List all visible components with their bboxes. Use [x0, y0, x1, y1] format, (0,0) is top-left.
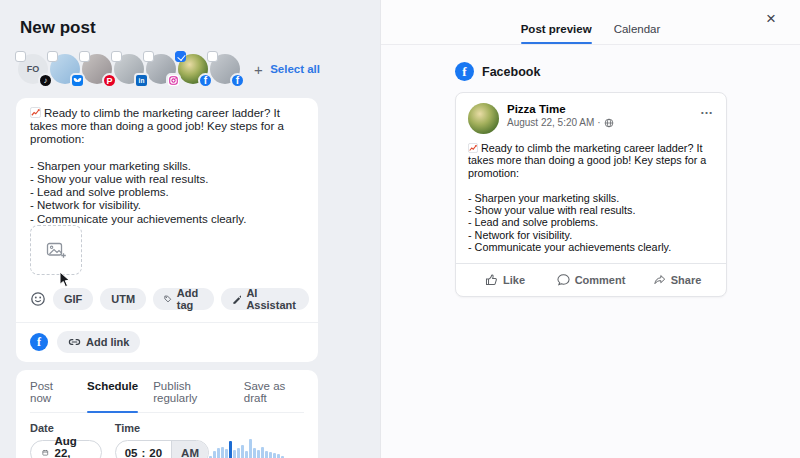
composer-toolbar: GIF UTM Add tag AI Assistant: [30, 288, 304, 310]
calendar-icon: [42, 446, 49, 458]
share-arrow-icon: [653, 273, 666, 286]
histogram-bar: [257, 450, 260, 458]
page-avatar: [468, 103, 499, 134]
preview-panel: Post preview Calendar × f Facebook Pizza…: [380, 0, 800, 458]
social-accounts-row: FO ♪ P in: [18, 54, 320, 84]
add-link-row: f Add link: [30, 323, 304, 362]
best-time-histogram: [209, 438, 304, 458]
comment-bubble-icon: [557, 273, 570, 286]
ai-assistant-button[interactable]: AI Assistant: [221, 288, 310, 310]
image-plus-icon: [46, 241, 67, 260]
histogram-bar: [225, 449, 228, 458]
post-text: Ready to climb the marketing career ladd…: [30, 107, 287, 225]
facebook-section-label: f Facebook: [455, 62, 800, 81]
preview-header: Post preview Calendar: [381, 0, 800, 45]
tab-publish-regularly[interactable]: Publish regularly: [153, 380, 229, 412]
chart-increasing-emoji: [30, 107, 41, 118]
histogram-bar: [249, 439, 252, 458]
tab-calendar[interactable]: Calendar: [614, 23, 661, 44]
post-options-menu[interactable]: …: [700, 103, 714, 116]
time-hour[interactable]: 05: [125, 447, 138, 458]
add-tag-button[interactable]: Add tag: [153, 288, 213, 310]
media-upload-dropzone[interactable]: [30, 225, 82, 275]
facebook-icon: f: [30, 333, 48, 351]
account-checkbox-checked[interactable]: [175, 51, 186, 62]
composer-panel: New post FO ♪ P in: [0, 0, 380, 458]
preview-body: f Facebook Pizza Time August 22, 5:20 AM…: [381, 45, 800, 297]
histogram-bar: [221, 447, 224, 458]
time-minute[interactable]: 20: [149, 447, 162, 458]
time-field-group: Time 05 : 20 AM: [115, 422, 209, 458]
tab-schedule[interactable]: Schedule: [87, 380, 138, 412]
page-name: Pizza Time: [507, 103, 614, 115]
pen-icon: [232, 293, 242, 305]
account-facebook-pizza-time[interactable]: f: [178, 54, 208, 84]
date-input[interactable]: Aug 22, 2025: [30, 440, 102, 458]
meridiem-toggle[interactable]: AM: [171, 441, 208, 458]
histogram-bar: [277, 454, 280, 458]
preview-card-actions: Like Comment Share: [456, 263, 726, 296]
histogram-bar: [241, 445, 244, 458]
gif-button[interactable]: GIF: [53, 288, 93, 310]
add-account-button[interactable]: +: [254, 62, 263, 77]
tab-post-preview[interactable]: Post preview: [521, 23, 592, 44]
tab-save-as-draft[interactable]: Save as draft: [244, 380, 304, 412]
facebook-badge: f: [198, 73, 213, 88]
histogram-bar: [269, 452, 272, 458]
emoji-picker-button[interactable]: [30, 289, 46, 310]
account-checkbox[interactable]: [111, 51, 122, 62]
comment-button[interactable]: Comment: [548, 268, 634, 292]
link-icon: [68, 336, 81, 348]
mouse-cursor-icon: [59, 271, 71, 288]
post-timestamp: August 22, 5:20 AM ·: [507, 117, 614, 128]
account-facebook-2[interactable]: f: [210, 54, 240, 84]
instagram-badge: [166, 73, 181, 88]
add-link-button[interactable]: Add link: [57, 331, 140, 353]
histogram-bar: [213, 451, 216, 458]
schedule-card: Post now Schedule Publish regularly Save…: [16, 370, 318, 458]
time-label: Time: [115, 422, 209, 434]
utm-button[interactable]: UTM: [100, 288, 146, 310]
chart-increasing-emoji: [468, 143, 478, 153]
share-button[interactable]: Share: [634, 268, 720, 292]
account-pinterest[interactable]: P: [82, 54, 112, 84]
preview-card-header: Pizza Time August 22, 5:20 AM · …: [456, 93, 726, 140]
histogram-bar: [237, 448, 240, 458]
account-checkbox[interactable]: [79, 51, 90, 62]
tiktok-badge: ♪: [38, 73, 53, 88]
pinterest-badge: P: [102, 73, 117, 88]
close-icon[interactable]: ×: [766, 10, 776, 27]
histogram-bar: [245, 451, 248, 458]
time-input[interactable]: 05 : 20 AM: [115, 440, 209, 458]
time-separator: :: [141, 447, 145, 458]
histogram-bar: [217, 448, 220, 458]
account-checkbox[interactable]: [207, 51, 218, 62]
bluesky-badge: [70, 73, 85, 88]
account-checkbox[interactable]: [47, 51, 58, 62]
account-checkbox[interactable]: [15, 51, 26, 62]
account-bluesky[interactable]: [50, 54, 80, 84]
histogram-bar: [273, 453, 276, 458]
tab-post-now[interactable]: Post now: [30, 380, 72, 412]
globe-icon: [604, 118, 614, 128]
preview-post-text: Ready to climb the marketing career ladd…: [456, 140, 726, 254]
facebook-icon: f: [455, 62, 474, 81]
histogram-bar: [229, 441, 232, 458]
account-instagram[interactable]: [146, 54, 176, 84]
select-all-link[interactable]: Select all: [270, 63, 320, 75]
page-title: New post: [20, 18, 364, 38]
histogram-bar: [265, 451, 268, 458]
page-meta: Pizza Time August 22, 5:20 AM ·: [507, 103, 614, 128]
post-composer-window: New post FO ♪ P in: [0, 0, 800, 458]
account-tiktok[interactable]: FO ♪: [18, 54, 48, 84]
account-linkedin[interactable]: in: [114, 54, 144, 84]
post-editor[interactable]: Ready to climb the marketing career ladd…: [30, 107, 304, 213]
linkedin-badge: in: [134, 73, 149, 88]
histogram-bar: [253, 448, 256, 458]
like-button[interactable]: Like: [462, 268, 548, 292]
date-field-group: Date Aug 22, 2025: [30, 422, 102, 458]
tag-icon: [164, 293, 172, 305]
time-value[interactable]: 05 : 20: [116, 441, 171, 458]
date-label: Date: [30, 422, 102, 434]
account-checkbox[interactable]: [143, 51, 154, 62]
